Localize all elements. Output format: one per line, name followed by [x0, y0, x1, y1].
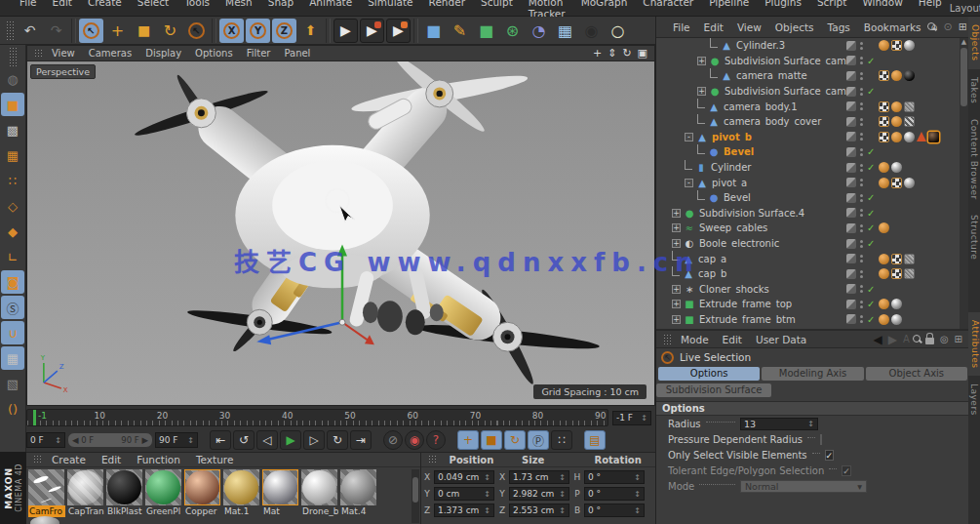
- visibility-dots[interactable]: [860, 270, 863, 278]
- menu-viewport-cameras[interactable]: Cameras: [82, 48, 138, 59]
- expander-icon[interactable]: +: [672, 300, 681, 308]
- enabled-check-icon[interactable]: ✓: [867, 192, 877, 203]
- material-thumb[interactable]: [301, 469, 337, 505]
- playhead[interactable]: [33, 410, 36, 426]
- checker-tag-icon[interactable]: [879, 101, 889, 112]
- radius-field[interactable]: 13↕: [740, 418, 818, 430]
- checker-tag-icon[interactable]: [879, 70, 889, 81]
- enabled-check-icon[interactable]: ✓: [867, 238, 877, 249]
- display-toggle-icon[interactable]: [846, 101, 856, 111]
- display-toggle-icon[interactable]: [846, 117, 856, 127]
- orange-tag-icon[interactable]: [879, 40, 889, 51]
- enabled-check-icon[interactable]: ✓: [867, 208, 877, 219]
- display-toggle-icon[interactable]: [846, 284, 856, 294]
- tree-item-cloner-shocks[interactable]: +∗Cloner_shocks✓: [656, 282, 961, 298]
- visibility-dots[interactable]: [860, 301, 863, 308]
- end-frame-field[interactable]: 90 F↕: [155, 432, 198, 448]
- tree-item-camera-body-cover[interactable]: ▲camera_body_cover: [656, 114, 961, 130]
- material-drone-b[interactable]: Drone_b: [301, 469, 338, 517]
- menu-material-create[interactable]: Create: [44, 454, 94, 465]
- menu-om-view[interactable]: View: [730, 21, 768, 33]
- visibility-dots[interactable]: [860, 224, 863, 232]
- quantize-button[interactable]: ▧: [1, 372, 24, 395]
- orange-tag-icon[interactable]: [879, 178, 889, 188]
- keyframe-record-icon[interactable]: (): [1, 397, 24, 421]
- stripes-tag-icon[interactable]: [904, 116, 915, 127]
- render-picture-viewer-button[interactable]: ▶: [360, 19, 384, 43]
- play-button[interactable]: ▶: [280, 430, 301, 450]
- options-section-header[interactable]: Options: [656, 401, 969, 416]
- orange-tag-icon[interactable]: [879, 254, 889, 264]
- key-pla-button[interactable]: ∷: [551, 430, 572, 450]
- material-thumb[interactable]: [67, 469, 103, 505]
- visibility-dots[interactable]: [860, 209, 863, 217]
- tree-item-extrude-frame-btm[interactable]: +■Extrude_frame_btm✓: [656, 312, 961, 328]
- enabled-check-icon[interactable]: ✓: [867, 146, 877, 157]
- tree-item-pivot-a[interactable]: -▲pivot_a: [656, 175, 961, 190]
- add-light-button[interactable]: ○: [606, 19, 630, 43]
- visibility-dots[interactable]: [860, 255, 863, 262]
- redo-icon[interactable]: ↷: [44, 19, 68, 43]
- display-toggle-icon[interactable]: [846, 223, 856, 233]
- render-view-button[interactable]: ▶: [333, 19, 358, 43]
- display-toggle-icon[interactable]: [846, 254, 856, 263]
- live-selection-tool[interactable]: ↖: [79, 19, 103, 43]
- object-tree-scrollbar[interactable]: ▲: [960, 38, 968, 329]
- target-icon[interactable]: ◎: [937, 334, 952, 344]
- rotate-tool[interactable]: ↻: [158, 19, 182, 43]
- next-frame-button[interactable]: ▷: [303, 430, 325, 450]
- menu-am-mode[interactable]: Mode: [674, 334, 716, 345]
- noise-tag-icon[interactable]: [904, 268, 915, 279]
- triangle-tag-icon[interactable]: [917, 132, 926, 141]
- viewport[interactable]: ViewCamerasDisplayOptionsFilterPanel +⇕↻…: [26, 45, 655, 406]
- tree-item-camera-matte[interactable]: ▲camera_matte: [656, 68, 961, 84]
- display-toggle-icon[interactable]: [846, 163, 856, 173]
- goto-end-button[interactable]: ⇥: [350, 430, 372, 450]
- menu-om-tags[interactable]: Tags: [821, 21, 857, 33]
- menu-viewport-options[interactable]: Options: [188, 48, 240, 59]
- snap-settings-button[interactable]: Ⓢ: [1, 296, 24, 319]
- coord-field-rotation-b[interactable]: 0 °↕: [584, 504, 645, 517]
- only-select-visible-elements-checkbox[interactable]: ✓: [825, 450, 835, 461]
- menu-viewport-display[interactable]: Display: [138, 48, 188, 59]
- visibility-dots[interactable]: [860, 72, 863, 80]
- menu-am-user-data[interactable]: User Data: [749, 334, 813, 345]
- sphere-light-tag-icon[interactable]: [891, 299, 902, 309]
- display-toggle-icon[interactable]: [846, 314, 856, 324]
- frame-range-slider[interactable]: ◀ 0 F 90 F ▶: [67, 432, 153, 448]
- start-frame-field[interactable]: 0 F↕: [26, 432, 65, 448]
- material-thumb[interactable]: [145, 469, 181, 505]
- side-tab-structure[interactable]: Structure: [969, 207, 979, 267]
- render-settings-button[interactable]: ▶: [386, 19, 411, 43]
- tree-item-bevel[interactable]: ●Bevel✓: [656, 190, 961, 206]
- tree-item-cylinder-3[interactable]: ▲Cylinder.3: [656, 38, 961, 54]
- tab-subdivision-surface[interactable]: Subdivision Surface: [656, 383, 771, 397]
- history-back-icon[interactable]: ◀: [871, 333, 885, 346]
- display-toggle-icon[interactable]: [846, 56, 856, 65]
- checker-tag-icon[interactable]: [879, 116, 889, 127]
- undo-icon[interactable]: ↶: [18, 19, 42, 43]
- tree-item-subdivision-surface-4[interactable]: +●Subdivision Surface.4✓: [656, 206, 961, 222]
- checker-tag-icon[interactable]: [891, 254, 902, 264]
- expander-icon[interactable]: +: [697, 57, 706, 65]
- tree-item-cylinder[interactable]: ▮Cylinder✓: [656, 160, 961, 176]
- coord-field-size-z[interactable]: 2.553 cm↕: [509, 504, 569, 517]
- key-rotation-button[interactable]: ↻: [504, 430, 526, 450]
- tree-item-boole-electronic[interactable]: +◐Boole_electronic✓: [656, 236, 961, 252]
- display-toggle-icon[interactable]: [846, 300, 856, 309]
- enabled-check-icon[interactable]: ✓: [867, 86, 877, 97]
- am-text-icon[interactable]: A: [900, 334, 913, 344]
- material-thumb[interactable]: [184, 469, 220, 505]
- orange-tag-icon[interactable]: [891, 132, 902, 142]
- orange-tag-icon[interactable]: [879, 314, 889, 325]
- material-blkplast[interactable]: BlkPlast: [106, 469, 143, 517]
- display-toggle-icon[interactable]: [846, 178, 856, 187]
- mode-dropdown[interactable]: Normal▾: [740, 480, 867, 493]
- orange-tag-icon[interactable]: [879, 299, 889, 309]
- checker-tag-icon[interactable]: [879, 132, 889, 142]
- menu-viewport-panel[interactable]: Panel: [277, 48, 317, 59]
- tree-item-pivot-b[interactable]: -▲pivot_b: [656, 130, 961, 145]
- visibility-dots[interactable]: [860, 164, 863, 172]
- display-toggle-icon[interactable]: [846, 132, 856, 141]
- add-deformer-button[interactable]: ◔: [527, 19, 551, 43]
